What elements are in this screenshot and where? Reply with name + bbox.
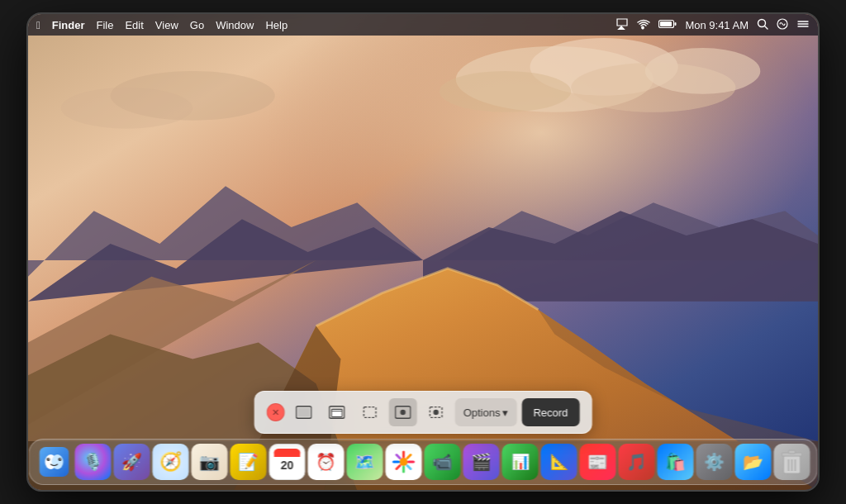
capture-window-button[interactable] xyxy=(323,398,351,426)
mac-frame:  Finder File Edit View Go Window Help xyxy=(26,12,820,492)
svg-point-6 xyxy=(645,48,760,94)
svg-text:20: 20 xyxy=(281,459,294,472)
apple-menu[interactable]:  xyxy=(36,19,40,31)
svg-rect-19 xyxy=(297,408,310,417)
dock-item-photos[interactable] xyxy=(386,444,422,480)
dock-item-launchpad[interactable]: 🚀 xyxy=(114,444,150,480)
options-label: Options xyxy=(463,407,501,419)
capture-selection-button[interactable] xyxy=(356,398,384,426)
view-menu[interactable]: View xyxy=(155,19,178,31)
search-icon[interactable] xyxy=(757,18,768,32)
svg-rect-10 xyxy=(675,22,677,26)
dock-item-calendar[interactable]: 20 xyxy=(269,444,306,480)
svg-point-34 xyxy=(59,459,60,459)
svg-point-25 xyxy=(400,410,405,415)
svg-rect-37 xyxy=(274,452,301,457)
svg-point-4 xyxy=(440,71,571,112)
dock: 🎙️ 🚀 🧭 📷 📝 xyxy=(29,439,818,485)
dock-item-photos-app[interactable]: 📷 xyxy=(192,444,228,480)
time-display: Mon 9:41 AM xyxy=(685,19,749,31)
dock-item-facetime[interactable]: 📹 xyxy=(425,444,461,480)
menubar:  Finder File Edit View Go Window Help xyxy=(28,14,818,36)
dock-item-systemprefs[interactable]: ⚙️ xyxy=(696,444,733,480)
svg-point-31 xyxy=(47,458,50,461)
edit-menu[interactable]: Edit xyxy=(125,19,143,31)
dock-item-maps[interactable]: 🗺️ xyxy=(347,444,383,480)
svg-point-33 xyxy=(59,458,62,461)
close-button[interactable]: ✕ xyxy=(267,403,285,421)
siri-status-icon[interactable] xyxy=(777,18,788,32)
record-selection-button[interactable] xyxy=(422,398,450,426)
svg-point-30 xyxy=(52,454,64,469)
record-button[interactable]: Record xyxy=(521,398,579,426)
go-menu[interactable]: Go xyxy=(190,19,204,31)
svg-rect-21 xyxy=(331,409,342,416)
bulletlist-icon[interactable] xyxy=(796,18,810,32)
dock-item-safari[interactable]: 🧭 xyxy=(153,444,189,480)
dock-item-reminders[interactable]: ⏰ xyxy=(308,444,345,480)
dock-item-keynote[interactable]: 📐 xyxy=(541,444,577,480)
menubar-left:  Finder File Edit View Go Window Help xyxy=(36,19,288,31)
dock-item-imovieclip[interactable]: 🎬 xyxy=(463,444,500,480)
dock-item-airdrop[interactable]: 📂 xyxy=(735,444,772,480)
svg-point-32 xyxy=(48,459,49,459)
wifi-icon[interactable] xyxy=(637,18,650,32)
dock-item-music[interactable]: 🎵 xyxy=(619,444,655,480)
svg-rect-11 xyxy=(660,21,672,26)
record-screen-button[interactable] xyxy=(389,398,417,426)
svg-rect-23 xyxy=(364,407,376,418)
battery-icon[interactable] xyxy=(658,19,677,31)
dock-item-numbers[interactable]: 📊 xyxy=(502,444,539,480)
svg-point-8 xyxy=(61,88,192,129)
svg-point-27 xyxy=(433,410,438,415)
svg-line-13 xyxy=(765,26,768,29)
file-menu[interactable]: File xyxy=(96,19,113,31)
options-button[interactable]: Options ▾ xyxy=(455,398,517,426)
screen:  Finder File Edit View Go Window Help xyxy=(28,14,818,490)
record-label: Record xyxy=(533,407,568,419)
dock-item-trash[interactable] xyxy=(774,444,810,480)
capture-fullscreen-button[interactable] xyxy=(290,398,318,426)
close-icon: ✕ xyxy=(272,407,279,418)
airplay-icon[interactable] xyxy=(615,18,629,32)
menubar-right: Mon 9:41 AM xyxy=(615,18,810,32)
finder-menu[interactable]: Finder xyxy=(52,19,85,31)
dock-item-siri[interactable]: 🎙️ xyxy=(75,444,112,480)
dock-item-notes[interactable]: 📝 xyxy=(231,444,267,480)
chevron-down-icon: ▾ xyxy=(502,407,508,419)
screenshot-toolbar: ✕ xyxy=(254,391,592,434)
window-menu[interactable]: Window xyxy=(216,19,254,31)
svg-rect-42 xyxy=(789,450,796,454)
dock-item-appstore[interactable]: 🛍️ xyxy=(658,444,694,480)
dock-item-news[interactable]: 📰 xyxy=(580,444,616,480)
dock-item-finder[interactable] xyxy=(36,444,73,480)
help-menu[interactable]: Help xyxy=(265,19,288,31)
